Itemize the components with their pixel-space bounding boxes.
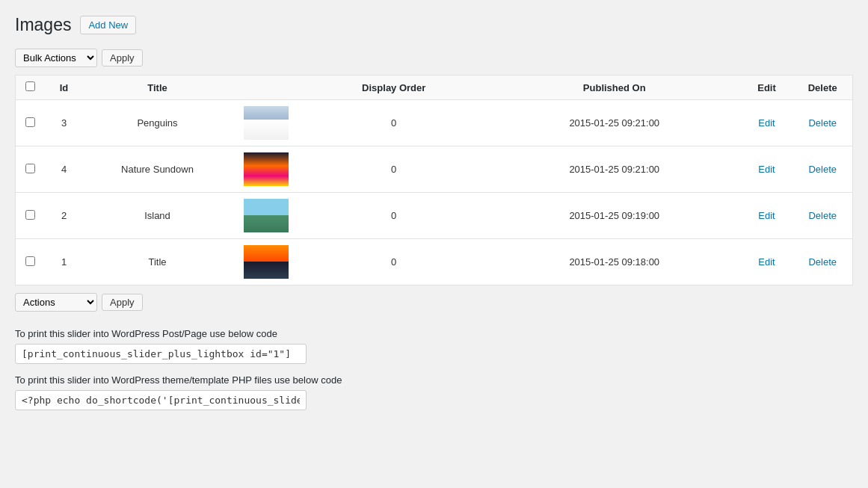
row-published-on: 2015-01-25 09:21:00 bbox=[488, 146, 741, 193]
thumbnail-image bbox=[244, 106, 289, 140]
row-id: 2 bbox=[46, 193, 83, 239]
row-checkbox-cell bbox=[16, 100, 46, 146]
bulk-actions-select-top[interactable]: Bulk Actions Delete bbox=[15, 49, 97, 67]
row-checkbox-cell bbox=[16, 146, 46, 193]
apply-button-bottom[interactable]: Apply bbox=[102, 294, 143, 311]
row-display-order: 0 bbox=[300, 146, 488, 193]
delete-link[interactable]: Delete bbox=[808, 117, 837, 129]
edit-link[interactable]: Edit bbox=[758, 256, 775, 268]
delete-link[interactable]: Delete bbox=[808, 164, 837, 175]
delete-link[interactable]: Delete bbox=[808, 210, 837, 221]
row-display-order: 0 bbox=[300, 193, 488, 239]
table-row: 4 Nature Sundown 0 2015-01-25 09:21:00 E… bbox=[16, 146, 853, 193]
table-header: Id Title Display Order Published On Edit… bbox=[16, 75, 853, 100]
row-title: Penguins bbox=[83, 100, 233, 146]
row-checkbox[interactable] bbox=[25, 210, 35, 220]
row-title: Island bbox=[83, 193, 233, 239]
apply-button-top[interactable]: Apply bbox=[102, 49, 143, 67]
row-title: Title bbox=[83, 239, 233, 285]
col-display-order: Display Order bbox=[300, 75, 488, 100]
bulk-actions-select-bottom[interactable]: Actions Delete bbox=[15, 293, 97, 312]
table-row: 2 Island 0 2015-01-25 09:19:00 Edit Dele… bbox=[16, 193, 853, 239]
row-id: 3 bbox=[46, 100, 83, 146]
row-edit-cell: Edit bbox=[741, 100, 793, 146]
thumbnail-image bbox=[244, 199, 289, 232]
row-display-order: 0 bbox=[300, 100, 488, 146]
row-published-on: 2015-01-25 09:21:00 bbox=[488, 100, 741, 146]
table-row: 3 Penguins 0 2015-01-25 09:21:00 Edit De… bbox=[16, 100, 853, 146]
row-id: 1 bbox=[46, 239, 83, 285]
page-title: Images bbox=[15, 15, 71, 35]
edit-link[interactable]: Edit bbox=[758, 117, 775, 129]
post-code-input[interactable] bbox=[15, 344, 307, 364]
row-checkbox-cell bbox=[16, 239, 46, 285]
row-thumbnail bbox=[233, 239, 300, 285]
bulk-bar-bottom: Actions Delete Apply bbox=[15, 293, 853, 312]
row-delete-cell: Delete bbox=[793, 146, 853, 193]
col-edit: Edit bbox=[741, 75, 793, 100]
add-new-button[interactable]: Add New bbox=[80, 16, 136, 34]
theme-code-input[interactable] bbox=[15, 390, 307, 410]
theme-template-label: To print this slider into WordPress them… bbox=[15, 374, 853, 386]
row-checkbox[interactable] bbox=[25, 256, 35, 266]
edit-link[interactable]: Edit bbox=[758, 164, 775, 175]
row-delete-cell: Delete bbox=[793, 193, 853, 239]
row-delete-cell: Delete bbox=[793, 239, 853, 285]
row-checkbox[interactable] bbox=[25, 117, 35, 127]
post-page-label: To print this slider into WordPress Post… bbox=[15, 328, 853, 339]
edit-link[interactable]: Edit bbox=[758, 210, 775, 221]
row-delete-cell: Delete bbox=[793, 100, 853, 146]
row-thumbnail bbox=[233, 193, 300, 239]
row-checkbox[interactable] bbox=[25, 164, 35, 173]
col-published-on: Published On bbox=[488, 75, 741, 100]
table-row: 1 Title 0 2015-01-25 09:18:00 Edit Delet… bbox=[16, 239, 853, 285]
row-published-on: 2015-01-25 09:18:00 bbox=[488, 239, 741, 285]
row-edit-cell: Edit bbox=[741, 239, 793, 285]
row-edit-cell: Edit bbox=[741, 193, 793, 239]
col-id: Id bbox=[46, 75, 83, 100]
row-thumbnail bbox=[233, 146, 300, 193]
row-checkbox-cell bbox=[16, 193, 46, 239]
col-title: Title bbox=[83, 75, 233, 100]
page-header: Images Add New bbox=[15, 15, 853, 35]
col-thumb bbox=[233, 75, 300, 100]
thumbnail-image bbox=[244, 152, 289, 186]
images-table: Id Title Display Order Published On Edit… bbox=[15, 75, 853, 285]
row-edit-cell: Edit bbox=[741, 146, 793, 193]
delete-link[interactable]: Delete bbox=[808, 256, 837, 268]
bulk-bar-top: Bulk Actions Delete Apply bbox=[15, 49, 853, 67]
row-title: Nature Sundown bbox=[83, 146, 233, 193]
thumbnail-image bbox=[244, 245, 289, 279]
table-body: 3 Penguins 0 2015-01-25 09:21:00 Edit De… bbox=[16, 100, 853, 285]
select-all-checkbox[interactable] bbox=[25, 81, 35, 91]
row-display-order: 0 bbox=[300, 239, 488, 285]
row-thumbnail bbox=[233, 100, 300, 146]
row-published-on: 2015-01-25 09:19:00 bbox=[488, 193, 741, 239]
col-checkbox bbox=[16, 75, 46, 100]
info-section: To print this slider into WordPress Post… bbox=[15, 328, 853, 410]
row-id: 4 bbox=[46, 146, 83, 193]
col-delete: Delete bbox=[793, 75, 853, 100]
